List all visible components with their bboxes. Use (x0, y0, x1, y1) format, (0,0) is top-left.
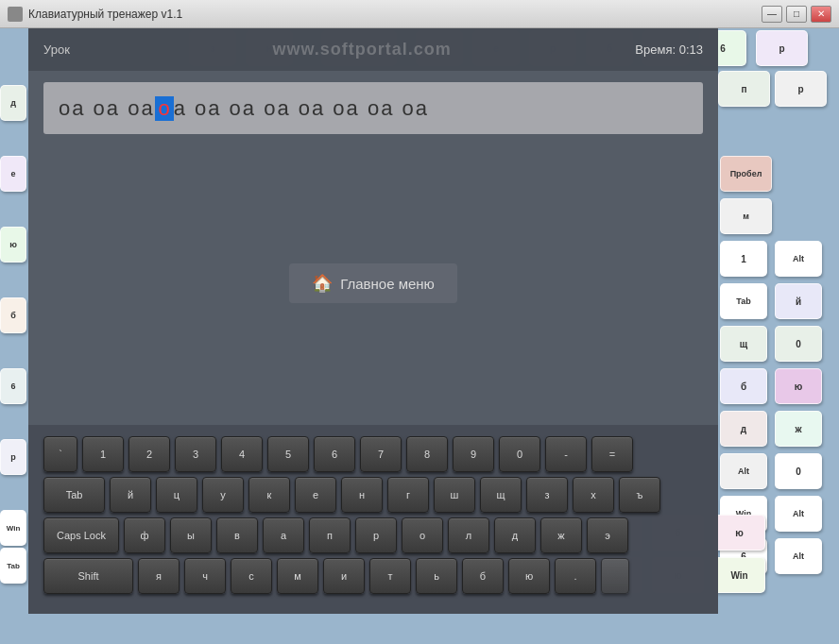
watermark: www.softportal.com (272, 40, 451, 59)
key-sch[interactable]: щ (480, 477, 522, 513)
key-row-3: Caps Lock ф ы в а п р о л д ж э (43, 517, 703, 553)
key-ts[interactable]: ц (156, 477, 197, 513)
key-yu[interactable]: ю (508, 558, 550, 594)
key-ch[interactable]: ч (184, 558, 226, 594)
maximize-button[interactable]: □ (786, 6, 807, 23)
key-row-4: Shift я ч с м и т ь б ю . (43, 558, 703, 594)
main-menu-label: Главное меню (340, 276, 435, 292)
key-8[interactable]: 8 (406, 436, 448, 472)
titlebar-buttons: — □ ✕ (762, 6, 831, 23)
key-sh[interactable]: ш (434, 477, 475, 513)
key-r[interactable]: р (355, 517, 397, 553)
key-p[interactable]: п (309, 517, 351, 553)
key-i[interactable]: и (323, 558, 365, 594)
key-dot[interactable]: . (555, 558, 596, 594)
key-4[interactable]: 4 (221, 436, 263, 472)
remaining-text: а оа оа оа оа оа оа оа (174, 96, 429, 121)
key-5[interactable]: 5 (267, 436, 309, 472)
key-ya[interactable]: я (138, 558, 180, 594)
key-d[interactable]: д (494, 517, 536, 553)
key-t[interactable]: т (369, 558, 411, 594)
key-l[interactable]: л (448, 517, 489, 553)
key-a[interactable]: а (263, 517, 304, 553)
key-m[interactable]: м (277, 558, 318, 594)
key-7[interactable]: 7 (360, 436, 402, 472)
keyboard-area: ` 1 2 3 4 5 6 7 8 9 0 - = Tab й ц у к е … (28, 425, 718, 614)
titlebar: Клавиатурный тренажер v1.1 — □ ✕ (0, 0, 839, 28)
key-s[interactable]: с (231, 558, 272, 594)
key-v[interactable]: в (216, 517, 258, 553)
key-y[interactable]: й (110, 477, 151, 513)
app-icon (8, 7, 23, 22)
key-k[interactable]: к (248, 477, 290, 513)
main-panel: Урок www.softportal.com Время: 0:13 оа о… (28, 28, 718, 614)
key-b[interactable]: б (462, 558, 504, 594)
key-6[interactable]: 6 (314, 436, 355, 472)
key-h[interactable]: х (573, 477, 614, 513)
key-row-2: Tab й ц у к е н г ш щ з х ъ (43, 477, 703, 513)
key-u[interactable]: у (202, 477, 244, 513)
key-y2[interactable]: ы (170, 517, 212, 553)
key-zh[interactable]: ж (540, 517, 582, 553)
middle-area: 🏠 Главное меню (28, 142, 718, 425)
key-3[interactable]: 3 (175, 436, 216, 472)
timer-label: Время: 0:13 (635, 42, 703, 57)
key-minus[interactable]: - (545, 436, 587, 472)
key-soft[interactable]: ь (416, 558, 457, 594)
key-o[interactable]: о (402, 517, 443, 553)
lesson-label: Урок (43, 42, 70, 57)
header-bar: Урок www.softportal.com Время: 0:13 (28, 28, 718, 71)
key-hh[interactable]: ъ (619, 477, 660, 513)
key-ee[interactable]: э (587, 517, 628, 553)
typed-text: оа оа оа (59, 96, 155, 121)
key-n[interactable]: н (341, 477, 383, 513)
main-menu-button[interactable]: 🏠 Главное меню (289, 263, 457, 303)
menu-icon: 🏠 (312, 273, 333, 294)
key-caps-lock[interactable]: Caps Lock (43, 517, 119, 553)
key-tilde[interactable]: ` (43, 436, 77, 472)
key-0[interactable]: 0 (499, 436, 540, 472)
text-display: оа оа оа о а оа оа оа оа оа оа оа (43, 82, 703, 134)
key-1[interactable]: 1 (82, 436, 124, 472)
minimize-button[interactable]: — (762, 6, 782, 23)
key-row-1: ` 1 2 3 4 5 6 7 8 9 0 - = (43, 436, 703, 472)
key-e[interactable]: е (295, 477, 336, 513)
key-equals[interactable]: = (591, 436, 633, 472)
key-tab[interactable]: Tab (43, 477, 105, 513)
key-shift-right[interactable] (601, 558, 629, 594)
key-shift[interactable]: Shift (43, 558, 133, 594)
key-9[interactable]: 9 (453, 436, 494, 472)
key-f[interactable]: ф (124, 517, 165, 553)
current-char: о (155, 96, 174, 121)
key-z[interactable]: з (526, 477, 568, 513)
app-title: Клавиатурный тренажер v1.1 (28, 8, 762, 21)
key-g[interactable]: г (387, 477, 429, 513)
key-2[interactable]: 2 (128, 436, 170, 472)
close-button[interactable]: ✕ (811, 6, 831, 23)
